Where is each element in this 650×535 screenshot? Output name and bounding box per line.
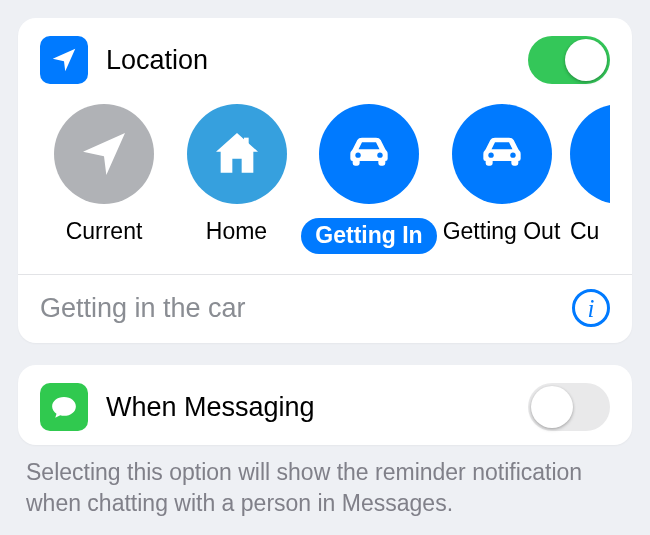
ellipsis-icon — [570, 104, 610, 204]
location-toggle[interactable] — [528, 36, 610, 84]
location-option-current[interactable]: Current — [40, 104, 168, 245]
messaging-section: When Messaging — [18, 365, 632, 445]
location-detail-row: Getting in the car i — [40, 275, 610, 327]
messaging-hint: Selecting this option will show the remi… — [18, 457, 632, 525]
location-option-home[interactable]: Home — [173, 104, 301, 245]
svg-point-4 — [510, 152, 515, 157]
location-options: Current Home Getting In — [40, 104, 610, 254]
home-icon — [187, 104, 287, 204]
toggle-knob — [565, 39, 607, 81]
location-option-getting-in[interactable]: Getting In — [305, 104, 433, 254]
messaging-title: When Messaging — [106, 392, 315, 423]
option-label: Getting Out — [443, 218, 561, 245]
svg-point-1 — [355, 152, 360, 157]
messages-icon — [40, 383, 88, 431]
svg-rect-0 — [244, 138, 249, 147]
info-icon[interactable]: i — [572, 289, 610, 327]
option-label: Home — [206, 218, 267, 245]
svg-point-3 — [488, 152, 493, 157]
car-icon — [319, 104, 419, 204]
option-label: Current — [66, 218, 143, 245]
messaging-toggle[interactable] — [528, 383, 610, 431]
location-header-row: Location — [40, 36, 610, 84]
location-section: Location Current Home — [18, 18, 632, 343]
location-option-getting-out[interactable]: Getting Out — [438, 104, 566, 245]
toggle-knob — [531, 386, 573, 428]
svg-point-2 — [377, 152, 382, 157]
messaging-header-row: When Messaging — [40, 383, 610, 431]
location-detail-text[interactable]: Getting in the car — [40, 293, 246, 324]
option-label: Cu — [570, 218, 599, 245]
location-title: Location — [106, 45, 208, 76]
location-icon — [40, 36, 88, 84]
option-label: Getting In — [301, 218, 436, 254]
navigate-icon — [54, 104, 154, 204]
location-option-custom[interactable]: Cu — [570, 104, 610, 245]
car-icon — [452, 104, 552, 204]
